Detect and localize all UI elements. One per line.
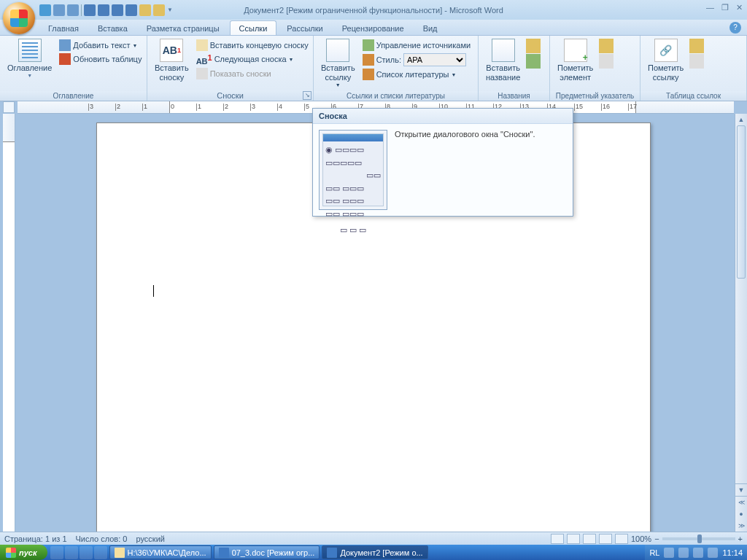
- tray-icon-3[interactable]: [693, 548, 703, 558]
- qat-open-icon[interactable]: [139, 4, 151, 16]
- vertical-ruler[interactable]: [3, 114, 15, 532]
- zoom-in-icon[interactable]: +: [738, 534, 743, 543]
- footnotes-launcher-icon[interactable]: ↘: [303, 91, 311, 100]
- citation-icon: [326, 39, 349, 62]
- tray-icon-2[interactable]: [678, 548, 689, 558]
- ql-icon-4[interactable]: [94, 546, 107, 559]
- taskbar-item-label: Документ2 [Режим о...: [340, 548, 422, 557]
- browse-object-icon[interactable]: ●: [735, 508, 747, 520]
- mark-citation-label: Пометить ссылку: [648, 63, 684, 82]
- view-print-layout-button[interactable]: [551, 534, 564, 544]
- taskbar-item-word1[interactable]: 07_3.doc [Режим огр...: [214, 545, 320, 559]
- next-footnote-button[interactable]: AB1 Следующая сноска ▼: [195, 52, 310, 66]
- zoom-level[interactable]: 100%: [631, 534, 651, 543]
- tray-language[interactable]: RL: [649, 548, 659, 557]
- tab-home[interactable]: Главная: [39, 21, 88, 35]
- qat-icon-3[interactable]: [112, 4, 123, 16]
- tray-icon-4[interactable]: [708, 548, 718, 558]
- tooltip-title: Сноска: [313, 109, 573, 124]
- toa-extra1-icon[interactable]: [689, 39, 704, 53]
- tab-insert[interactable]: Вставка: [89, 21, 136, 35]
- scroll-up-icon[interactable]: ▲: [735, 114, 747, 125]
- endnote-icon: [196, 39, 208, 51]
- footnote-tooltip: Сноска ◉ ▭▭▭▭▭▭▭▭▭▭▭ ▭▭ ▭▭▭▭▭ ▭▭▭▭▭ ▭▭▭ …: [312, 108, 573, 217]
- caption-icon: [492, 39, 515, 62]
- citation-style-row: Стиль: APA: [361, 52, 472, 67]
- insert-endnote-button[interactable]: Вставить концевую сноску: [195, 39, 310, 52]
- tray-icon-1[interactable]: [664, 548, 674, 558]
- vertical-scrollbar[interactable]: ▲ ▼ ≪ ● ≫: [735, 114, 747, 532]
- tab-view[interactable]: Вид: [414, 21, 446, 35]
- qat-dropdown-icon[interactable]: ▼: [167, 7, 173, 13]
- mark-citation-button[interactable]: Пометить ссылку: [643, 37, 688, 84]
- window-title: Документ2 [Режим ограниченной функционал…: [244, 6, 503, 15]
- mark-entry-button[interactable]: Пометить элемент: [553, 37, 597, 84]
- style-select[interactable]: APA: [403, 53, 466, 66]
- scroll-down-icon[interactable]: ▼: [735, 484, 747, 496]
- ql-icon-1[interactable]: [50, 546, 63, 559]
- taskbar-item-word2[interactable]: Документ2 [Режим о...: [322, 545, 427, 559]
- toc-button[interactable]: Оглавление ▼: [3, 37, 56, 81]
- tab-references[interactable]: Ссылки: [230, 20, 277, 35]
- office-button[interactable]: [3, 2, 35, 34]
- view-draft-button[interactable]: [615, 534, 628, 544]
- qat-redo-icon[interactable]: [67, 4, 79, 16]
- tab-layout[interactable]: Разметка страницы: [138, 21, 228, 35]
- qat-undo-icon[interactable]: [53, 4, 65, 16]
- scroll-thumb[interactable]: [737, 125, 746, 279]
- word-icon: [219, 548, 229, 558]
- close-button[interactable]: ✕: [736, 3, 743, 12]
- group-toa-label: Таблица ссылок: [640, 91, 746, 101]
- ruler-corner[interactable]: [3, 101, 15, 113]
- view-web-button[interactable]: [583, 534, 596, 544]
- qat-save-icon[interactable]: [39, 4, 51, 16]
- caption-extra2-icon[interactable]: [526, 54, 541, 69]
- status-wordcount[interactable]: Число слов: 0: [76, 534, 128, 543]
- ql-icon-2[interactable]: [65, 546, 78, 559]
- insert-citation-button[interactable]: Вставить ссылку▼: [317, 37, 360, 90]
- ql-icon-3[interactable]: [80, 546, 93, 559]
- qat-icon-2[interactable]: [98, 4, 109, 16]
- zoom-knob[interactable]: [697, 534, 702, 543]
- view-fullscreen-button[interactable]: [567, 534, 580, 544]
- group-footnotes-label: Сноски↘: [147, 90, 313, 101]
- tab-mailings[interactable]: Рассылки: [278, 21, 331, 35]
- zoom-out-icon[interactable]: −: [654, 534, 659, 543]
- manage-sources-button[interactable]: Управление источниками: [361, 39, 472, 52]
- group-toc-label: Оглавление: [0, 91, 147, 101]
- next-page-icon[interactable]: ≫: [735, 520, 747, 532]
- tray-clock[interactable]: 11:14: [722, 548, 743, 557]
- insert-caption-button[interactable]: Вставить название: [481, 37, 525, 84]
- quick-launch: [50, 546, 107, 559]
- status-page[interactable]: Страница: 1 из 1: [4, 534, 67, 543]
- taskbar-item-explorer[interactable]: H:\36\УМК\АС\Дело...: [109, 545, 212, 559]
- prev-page-icon[interactable]: ≪: [735, 497, 747, 508]
- taskbar: пуск H:\36\УМК\АС\Дело... 07_3.doc [Режи…: [0, 545, 747, 560]
- qat-icon-4[interactable]: [125, 4, 137, 16]
- insert-footnote-button[interactable]: AB1 Вставить сноску: [150, 37, 193, 84]
- mark-citation-icon: [654, 39, 678, 62]
- manage-sources-label: Управление источниками: [376, 41, 471, 50]
- start-button[interactable]: пуск: [0, 545, 47, 560]
- status-bar: Страница: 1 из 1 Число слов: 0 русский 1…: [0, 532, 747, 545]
- show-footnotes-label: Показать сноски: [210, 69, 271, 78]
- status-language[interactable]: русский: [136, 534, 164, 543]
- update-toc-button[interactable]: Обновить таблицу: [58, 52, 143, 66]
- zoom-slider[interactable]: [662, 537, 735, 540]
- qat-new-icon[interactable]: [153, 4, 165, 16]
- help-icon[interactable]: ?: [729, 22, 741, 34]
- minimize-button[interactable]: —: [706, 3, 714, 12]
- bibliography-button[interactable]: Список литературы ▼: [361, 68, 472, 81]
- tab-review[interactable]: Рецензирование: [333, 21, 413, 35]
- taskbar-item-label: H:\36\УМК\АС\Дело...: [128, 548, 206, 557]
- bibliography-label: Список литературы: [376, 70, 449, 79]
- index-extra1-icon[interactable]: [599, 39, 614, 53]
- add-text-button[interactable]: Добавить текст ▼: [58, 39, 143, 52]
- show-footnotes-icon: [196, 68, 208, 79]
- caption-extra1-icon[interactable]: [526, 39, 541, 53]
- manage-sources-icon: [363, 39, 374, 51]
- chevron-down-icon: ▼: [27, 73, 32, 79]
- maximize-button[interactable]: ❐: [721, 3, 729, 12]
- view-outline-button[interactable]: [599, 534, 612, 544]
- qat-icon-1[interactable]: [84, 4, 96, 16]
